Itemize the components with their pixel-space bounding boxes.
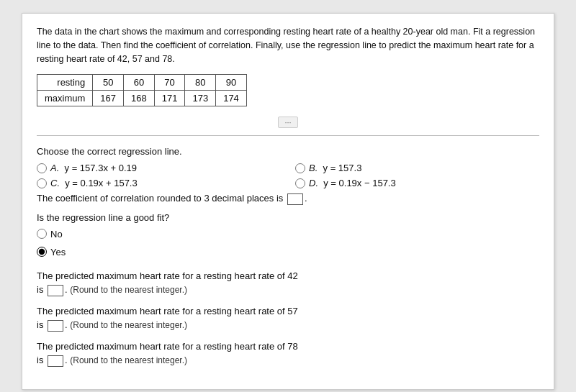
resting-70: 70 [154, 75, 185, 91]
predict-block-57: The predicted maximum heart rate for a r… [37, 304, 539, 332]
coeff-input-box[interactable] [287, 193, 303, 205]
option-A[interactable]: A. y = 157.3x + 0.19 [37, 163, 281, 173]
option-C[interactable]: C. y = 0.19x + 157.3 [37, 178, 281, 188]
regression-col-left: A. y = 157.3x + 0.19 C. y = 0.19x + 157.… [37, 163, 281, 193]
predict-is-57: is [37, 319, 43, 330]
label-D: D. y = 0.19x − 157.3 [309, 178, 396, 188]
regression-options: A. y = 157.3x + 0.19 C. y = 0.19x + 157.… [37, 163, 539, 193]
max-168: 168 [124, 91, 155, 106]
predict-text-42: The predicted maximum heart rate for a r… [37, 270, 298, 281]
label-C: C. y = 0.19x + 157.3 [50, 178, 138, 188]
radio-A[interactable] [37, 163, 47, 173]
coeff-line: The coefficient of correlation rounded t… [37, 193, 539, 205]
intro-text: The data in the chart shows the maximum … [37, 25, 539, 65]
radio-no[interactable] [37, 229, 47, 239]
option-D[interactable]: D. y = 0.19x − 157.3 [295, 178, 539, 188]
predict-input-78[interactable] [48, 355, 63, 367]
row1-label: resting [37, 75, 93, 91]
radio-D[interactable] [295, 178, 305, 188]
regression-col-right: B. y = 157.3 D. y = 0.19x − 157.3 [281, 163, 539, 193]
max-167: 167 [93, 91, 124, 106]
resting-90: 90 [216, 75, 247, 91]
predict-text-78: The predicted maximum heart rate for a r… [37, 341, 298, 352]
divider [37, 135, 539, 136]
predict-note-78: (Round to the nearest integer.) [70, 355, 187, 365]
predict-is-42: is [37, 284, 43, 295]
label-yes: Yes [50, 247, 66, 257]
radio-B[interactable] [295, 163, 305, 173]
label-no: No [50, 229, 63, 240]
max-171: 171 [154, 91, 185, 106]
predict-is-78: is [37, 355, 43, 365]
predict-input-57[interactable] [48, 320, 63, 332]
ellipsis-area: ··· [37, 117, 539, 128]
predict-block-78: The predicted maximum heart rate for a r… [37, 339, 539, 368]
predict-text-57: The predicted maximum heart rate for a r… [37, 306, 298, 316]
max-173: 173 [185, 91, 216, 106]
coeff-text-after: . [305, 193, 307, 204]
resting-60: 60 [124, 75, 155, 91]
predict-block-42: The predicted maximum heart rate for a r… [37, 269, 539, 297]
main-card: The data in the chart shows the maximum … [22, 13, 554, 390]
max-174: 174 [216, 91, 247, 106]
predict-note-42: (Round to the nearest integer.) [70, 285, 187, 295]
coeff-text-before: The coefficient of correlation rounded t… [37, 193, 283, 204]
label-A: A. y = 157.3x + 0.19 [50, 163, 137, 173]
row2-label: maximum [37, 91, 93, 106]
goodfit-options: No Yes [37, 229, 539, 262]
regression-section-label: Choose the correct regression line. [37, 146, 539, 157]
label-B: B. y = 157.3 [309, 163, 361, 173]
option-no[interactable]: No [37, 229, 539, 240]
predict-note-57: (Round to the nearest integer.) [70, 320, 187, 330]
resting-50: 50 [93, 75, 124, 91]
data-table: resting 50 60 70 80 90 maximum 167 168 1… [37, 74, 247, 106]
ellipsis-dots: ··· [278, 117, 297, 128]
resting-80: 80 [185, 75, 216, 91]
option-B[interactable]: B. y = 157.3 [295, 163, 539, 173]
option-yes[interactable]: Yes [37, 247, 539, 257]
radio-yes[interactable] [37, 247, 47, 257]
goodfit-label: Is the regression line a good fit? [37, 212, 539, 223]
predict-input-42[interactable] [48, 285, 63, 296]
radio-C[interactable] [37, 178, 47, 188]
